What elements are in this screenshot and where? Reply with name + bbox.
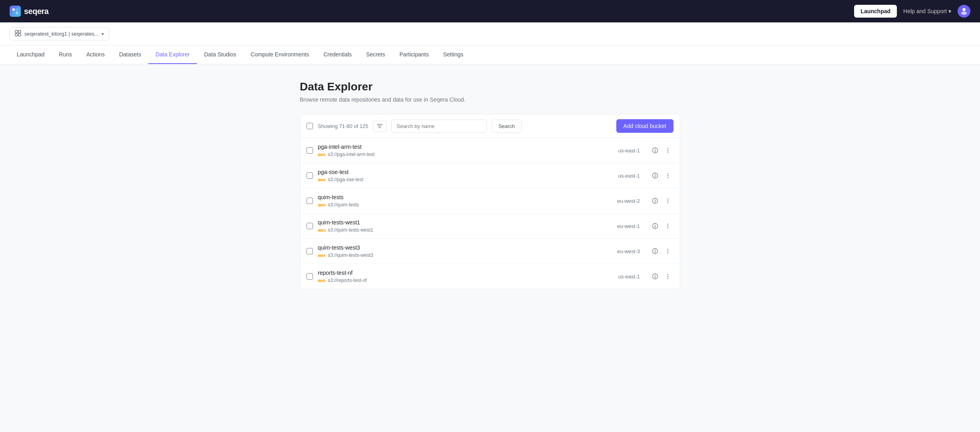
svg-point-21 xyxy=(655,199,655,200)
svg-point-23 xyxy=(667,200,668,201)
more-vertical-icon xyxy=(665,198,671,204)
svg-rect-0 xyxy=(12,8,15,11)
aws-provider-label: aws xyxy=(318,152,325,157)
svg-point-4 xyxy=(962,8,966,11)
more-actions-button[interactable] xyxy=(662,220,673,232)
logo-icon xyxy=(10,6,21,17)
bucket-name: quim-tests-west3 xyxy=(318,244,599,251)
bucket-path-row: aws s3://quim-tests xyxy=(318,202,599,208)
row-checkbox-1[interactable] xyxy=(307,172,313,179)
filter-button[interactable] xyxy=(373,120,386,132)
more-vertical-icon xyxy=(665,248,671,254)
row-checkbox-0[interactable] xyxy=(307,147,313,154)
tab-participants[interactable]: Participants xyxy=(392,46,436,64)
more-vertical-icon xyxy=(665,172,671,179)
info-button[interactable] xyxy=(649,271,661,282)
search-input[interactable] xyxy=(391,120,486,133)
svg-point-24 xyxy=(667,202,668,203)
more-actions-button[interactable] xyxy=(662,170,673,181)
tab-runs[interactable]: Runs xyxy=(52,46,79,64)
svg-rect-6 xyxy=(15,30,18,33)
tab-actions[interactable]: Actions xyxy=(79,46,112,64)
tab-compute-environments[interactable]: Compute Environments xyxy=(243,46,316,64)
page-content: Data Explorer Browse remote data reposit… xyxy=(290,80,690,289)
bucket-path-row: aws s3://quim-tests-west3 xyxy=(318,252,599,258)
bucket-region: eu-west-1 xyxy=(604,223,640,229)
tab-settings[interactable]: Settings xyxy=(436,46,471,64)
info-button[interactable] xyxy=(649,220,661,232)
aws-provider-label: aws xyxy=(318,202,325,207)
svg-point-31 xyxy=(655,250,655,250)
search-button[interactable]: Search xyxy=(492,120,522,133)
workspace-icon xyxy=(15,30,21,38)
bucket-path-row: aws s3://pga-intel-arm-test xyxy=(318,152,599,157)
more-actions-button[interactable] xyxy=(662,195,673,206)
svg-rect-2 xyxy=(12,12,15,14)
more-actions-button[interactable] xyxy=(662,246,673,257)
workspace-selector[interactable]: seqeratest_kitorg1 | seqerates... ▾ xyxy=(10,27,109,40)
info-icon xyxy=(652,273,658,280)
svg-point-28 xyxy=(667,226,668,226)
bucket-name: quim-tests xyxy=(318,194,599,200)
svg-point-17 xyxy=(667,173,668,174)
bucket-name: pga-intel-arm-test xyxy=(318,144,599,150)
tab-credentials[interactable]: Credentials xyxy=(316,46,359,64)
info-icon xyxy=(652,248,658,254)
tab-datasets[interactable]: Datasets xyxy=(112,46,148,64)
more-actions-button[interactable] xyxy=(662,271,673,282)
more-vertical-icon xyxy=(665,223,671,229)
row-actions xyxy=(649,220,673,232)
launchpad-button[interactable]: Launchpad xyxy=(854,5,897,18)
svg-point-14 xyxy=(667,152,668,152)
table-row: reports-test-nf aws s3://reports-test-nf… xyxy=(300,264,680,289)
topnav-right: Launchpad Help and Support ▾ xyxy=(854,5,970,18)
bucket-region: us-east-1 xyxy=(604,274,640,280)
filter-icon xyxy=(376,123,383,129)
svg-point-37 xyxy=(667,274,668,275)
workspace-bar: seqeratest_kitorg1 | seqerates... ▾ xyxy=(0,22,980,46)
bucket-path: s3://quim-tests xyxy=(328,202,359,208)
info-button[interactable] xyxy=(649,195,661,206)
bucket-path-row: aws s3://reports-test-nf xyxy=(318,278,599,283)
avatar[interactable] xyxy=(958,5,970,18)
more-actions-button[interactable] xyxy=(662,145,673,156)
bucket-path: s3://reports-test-nf xyxy=(328,278,367,283)
info-button[interactable] xyxy=(649,170,661,181)
svg-point-22 xyxy=(667,198,668,199)
aws-provider-label: aws xyxy=(318,177,325,182)
tab-secrets[interactable]: Secrets xyxy=(359,46,392,64)
main-navigation: Launchpad Runs Actions Datasets Data Exp… xyxy=(0,46,980,64)
add-cloud-bucket-button[interactable]: Add cloud bucket xyxy=(616,119,673,133)
row-actions xyxy=(649,246,673,257)
row-checkbox-2[interactable] xyxy=(307,198,313,204)
svg-rect-8 xyxy=(15,34,18,36)
info-button[interactable] xyxy=(649,246,661,257)
info-button[interactable] xyxy=(649,145,661,156)
bucket-info-2: quim-tests aws s3://quim-tests xyxy=(318,194,599,208)
aws-provider-label: aws xyxy=(318,253,325,258)
info-icon xyxy=(652,172,658,179)
bucket-path: s3://quim-tests-west3 xyxy=(328,252,373,258)
svg-point-27 xyxy=(667,224,668,224)
more-vertical-icon xyxy=(665,273,671,280)
bucket-region: us-east-1 xyxy=(604,173,640,179)
tab-data-studios[interactable]: Data Studios xyxy=(197,46,243,64)
help-support-link[interactable]: Help and Support ▾ xyxy=(903,8,951,14)
logo[interactable]: seqera xyxy=(10,6,49,17)
row-checkbox-3[interactable] xyxy=(307,223,313,229)
table-row: pga-sse-test aws s3://pga-sse-test us-ea… xyxy=(300,163,680,188)
row-checkbox-4[interactable] xyxy=(307,248,313,254)
info-icon xyxy=(652,223,658,229)
bucket-info-3: quim-tests-west1 aws s3://quim-tests-wes… xyxy=(318,219,599,233)
tab-data-explorer[interactable]: Data Explorer xyxy=(148,46,197,64)
table-row: quim-tests-west3 aws s3://quim-tests-wes… xyxy=(300,239,680,264)
avatar-initials xyxy=(960,6,968,16)
row-checkbox-5[interactable] xyxy=(307,273,313,280)
bucket-info-4: quim-tests-west3 aws s3://quim-tests-wes… xyxy=(318,244,599,258)
tab-launchpad[interactable]: Launchpad xyxy=(10,46,52,64)
row-actions xyxy=(649,195,673,206)
bucket-info-5: reports-test-nf aws s3://reports-test-nf xyxy=(318,270,599,283)
select-all-checkbox[interactable] xyxy=(307,123,313,129)
svg-point-13 xyxy=(667,150,668,151)
chevron-down-icon: ▾ xyxy=(948,8,951,14)
